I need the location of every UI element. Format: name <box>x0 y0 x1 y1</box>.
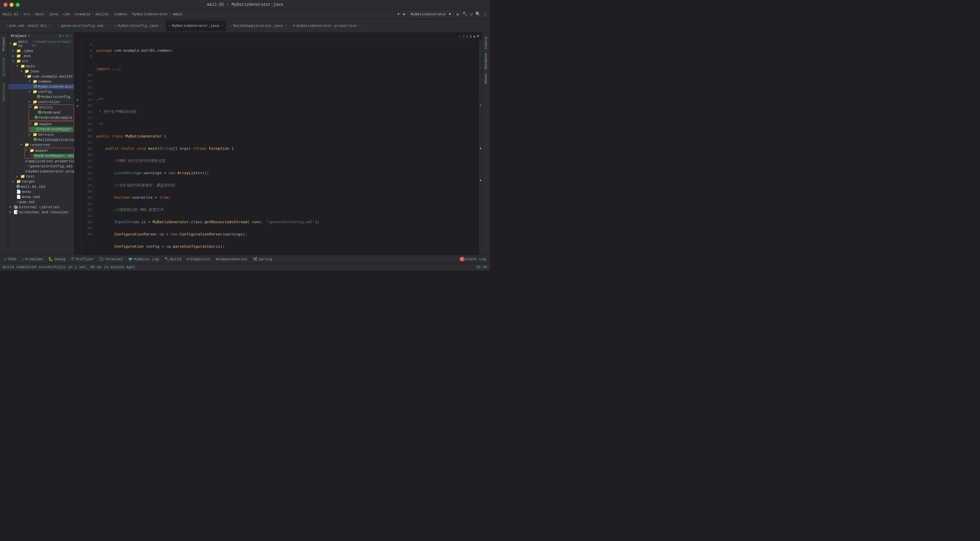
settings-icon[interactable]: ⚙ <box>66 34 68 38</box>
breadcrumb-item[interactable]: main <box>173 12 182 16</box>
tree-item-mapper-java[interactable]: ▼ 📁 mapper <box>30 121 73 127</box>
problems-button[interactable]: ⚠ Problems <box>21 256 44 262</box>
tree-item-mapper-resources[interactable]: ▼ 📁 mapper <box>25 148 73 153</box>
tree-item-com[interactable]: ▼ 📁 com.example.mall01 <box>8 74 74 79</box>
tab-close-icon[interactable]: × <box>359 24 361 27</box>
scroll-indicators[interactable] <box>479 40 482 255</box>
run-gutter-15[interactable]: ▶ <box>75 103 81 109</box>
tab-mybatisprops[interactable]: ⚙ myBatisGenerator.properties × <box>290 21 364 31</box>
profiler-icon: ⏱ <box>71 257 75 261</box>
tree-item-src[interactable]: ▼ 📁 src <box>8 59 74 64</box>
tree-item-mvnwcmd[interactable]: 📄 mvnw.cmd <box>8 194 74 199</box>
project-icon[interactable]: Project <box>1 35 7 53</box>
tab-close-icon[interactable]: × <box>160 24 162 27</box>
breadcrumb-item[interactable]: main <box>35 12 44 16</box>
minimize-button[interactable] <box>10 3 14 7</box>
tree-item-resources[interactable]: ▼ 📁 resources <box>8 142 74 147</box>
nav-down-icon[interactable]: ▼ <box>477 34 479 38</box>
dependencies-button[interactable]: ⋈ Dependencies <box>215 256 249 262</box>
terminal-button[interactable]: ⬛ Terminal <box>98 256 124 262</box>
search-button[interactable]: 🔍 <box>476 11 480 17</box>
tab-close-icon[interactable]: × <box>49 24 51 27</box>
favorites-icon[interactable]: Favorites <box>1 82 7 103</box>
breadcrumb-item[interactable]: common <box>114 12 127 16</box>
run-config-name[interactable]: MyBatisGenerator ▼ <box>411 12 451 16</box>
tab-generatorconfig[interactable]: ❐ generatorConfig.xml × <box>55 21 111 31</box>
tree-item-target[interactable]: ▶ 📁 target <box>8 179 74 184</box>
breadcrumb-item[interactable]: src <box>24 12 30 16</box>
project-dropdown-icon[interactable]: ▼ <box>28 34 30 38</box>
tree-item-generatorconfig[interactable]: ❐ generatorConfig.xml <box>8 164 74 169</box>
tab-close-icon[interactable]: × <box>221 24 223 27</box>
hide-icon[interactable]: — <box>69 34 72 38</box>
tree-item-iml[interactable]: 🅘 mall-01.iml <box>8 184 74 189</box>
tab-mybatisconfig[interactable]: ☕ MyBatisConfig.java × <box>111 21 165 31</box>
todo-button[interactable]: ☑ TODO <box>3 256 18 262</box>
close-button[interactable] <box>3 3 8 7</box>
collapse-icon[interactable]: ≡ <box>63 34 65 38</box>
breadcrumb-item[interactable]: example <box>75 12 91 16</box>
tree-item-mybatisconfig[interactable]: 🅒 MyBatisConfig <box>8 94 74 99</box>
breadcrumb-item[interactable]: com <box>63 12 70 16</box>
tree-item-test[interactable]: ▶ 📁 test <box>8 174 74 179</box>
profile-button[interactable]: ▼ <box>398 12 400 16</box>
tree-item-java[interactable]: ▼ 📁 java <box>8 69 74 74</box>
code-content[interactable]: package com.example.mall01.common; impor… <box>94 40 479 255</box>
reload-button[interactable]: ↺ <box>470 11 473 17</box>
tree-item-pomxml[interactable]: ❐ pom.xml <box>8 199 74 204</box>
tree-item-entity[interactable]: ▼ 📁 entity <box>30 105 73 110</box>
run-gutter-14[interactable]: ▶ <box>75 97 81 103</box>
tab-mybatisgenerator[interactable]: ☕ MyBatisGenerator.java × <box>166 21 226 31</box>
maximize-button[interactable] <box>16 3 20 7</box>
folder-icon: 📁 <box>33 79 37 84</box>
run-button[interactable]: ▶ <box>457 11 460 17</box>
endpoints-button[interactable]: ⊕ Endpoints <box>185 256 212 262</box>
tree-item-external-libraries[interactable]: ▶ 📚 External Libraries <box>8 204 74 210</box>
more-button[interactable]: ⋮ <box>483 11 487 17</box>
tree-item-common[interactable]: ▼ 📁 common <box>8 79 74 84</box>
navigate-back[interactable]: ◀ <box>402 11 404 17</box>
tree-item-idea[interactable]: ▶ 📁 .idea <box>8 48 74 53</box>
breadcrumb-item[interactable]: mall01 <box>95 12 109 16</box>
event-log-button[interactable]: 1 Event Log <box>458 256 487 262</box>
build-button[interactable]: 🔨 Build <box>163 256 183 262</box>
breadcrumb-item[interactable]: java <box>49 12 58 16</box>
folder-icon: 📁 <box>33 100 37 104</box>
mybatis-icon: 🐦 <box>128 257 133 261</box>
tree-item-mvn[interactable]: ▶ 📁 .mvn <box>8 53 74 59</box>
tree-item-controller[interactable]: ▶ 📁 controller <box>8 99 74 105</box>
java-icon: ☕ <box>115 24 116 27</box>
tree-item-config[interactable]: ▼ 📁 config <box>8 89 74 94</box>
breadcrumb-item[interactable]: MyBatisGenerator <box>132 12 169 16</box>
maven-tab[interactable]: Maven <box>484 72 488 85</box>
spring-button[interactable]: 🌿 Spring <box>251 256 274 262</box>
tree-item-pmsbrandmapper[interactable]: 🅘 PmsBrandMapper <box>30 127 73 132</box>
scope-icon[interactable]: ⊞ <box>59 34 61 38</box>
tree-item-pmsbrandmapper-xml[interactable]: ❐ PmsBrandMapper.xml <box>25 153 73 158</box>
tab-mall01app[interactable]: ☕ Mall01Application.java × <box>227 21 289 31</box>
debug-button[interactable]: 🐛 Debug <box>47 256 67 262</box>
structure-icon[interactable]: Structure <box>1 56 7 78</box>
codota-tab[interactable]: Codota <box>484 35 488 50</box>
build-button[interactable]: 🔨 <box>463 11 468 17</box>
tree-item-mall01app[interactable]: 🅒 Mall01Application <box>8 137 74 142</box>
breadcrumb-item[interactable]: mall-01 <box>3 12 18 16</box>
tree-item-scratches[interactable]: ▶ 📝 Scratches and Consoles <box>8 210 74 215</box>
xml-icon: ❐ <box>27 164 30 169</box>
tree-item-mvnw[interactable]: 📄 mvnw <box>8 189 74 194</box>
tree-item-mybatisprops[interactable]: ⚙ myBatisGenerator.properties <box>8 169 74 174</box>
tree-item-pmsbrand[interactable]: 🅒 PmsBrand <box>30 110 73 115</box>
tree-item-service[interactable]: ▶ 📁 service <box>8 132 74 137</box>
tab-close-icon[interactable]: × <box>285 24 286 27</box>
mybatis-log-button[interactable]: 🐦 MyBatis Log <box>127 256 160 262</box>
tree-item-mybatisgenerator[interactable]: 🅒 MyBatisGenerator <box>8 84 74 89</box>
database-tab[interactable]: Database <box>484 52 488 71</box>
tree-item-pmsbrandexample[interactable]: 🅒 PmsBrandExample <box>30 115 73 120</box>
tree-item-main[interactable]: ▼ 📁 main <box>8 64 74 69</box>
tree-item-mall01[interactable]: ▼ 📁 mall-01 ~/IdeaProjects/mall-01 <box>8 40 74 48</box>
tab-close-icon[interactable]: × <box>106 24 108 27</box>
nav-up-icon[interactable]: ▲ <box>473 34 476 38</box>
tree-item-appprops[interactable]: ⚙ application.properties <box>8 159 74 164</box>
tab-pom[interactable]: ❐ pom.xml (mall-01) × <box>3 21 54 31</box>
profiler-button[interactable]: ⏱ Profiler <box>69 256 95 262</box>
